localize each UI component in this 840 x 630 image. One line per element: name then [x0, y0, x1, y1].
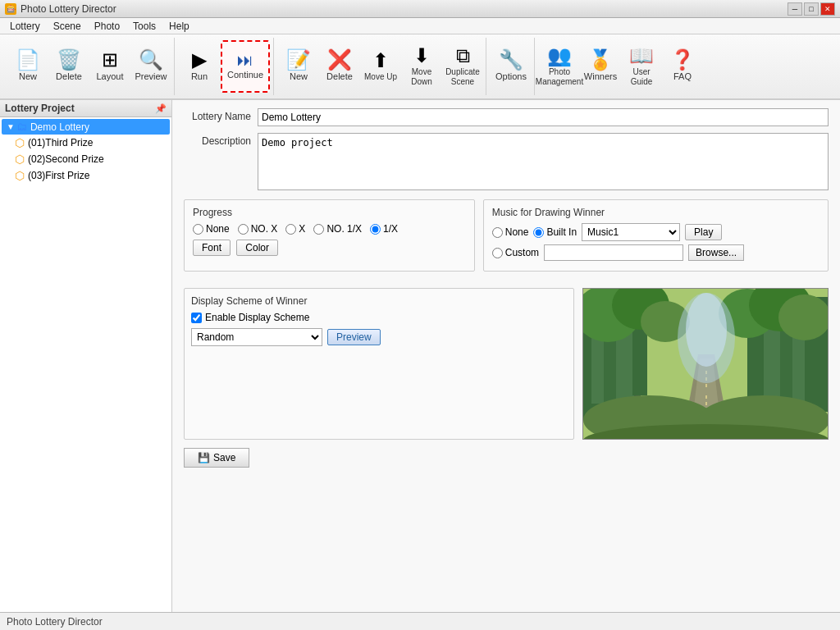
layout-icon: ⊞ [102, 50, 118, 70]
music-custom-radio[interactable] [492, 248, 503, 258]
preview-button[interactable]: 🔍 Preview [131, 40, 171, 93]
progress-buttons: Font Color [193, 240, 466, 256]
app-title: Photo Lottery Director [21, 3, 788, 15]
close-button[interactable]: ✕ [820, 2, 835, 16]
winners-button[interactable]: 🏅 Winners [581, 40, 620, 93]
toolbar-group-2: ▶ Run ⏭ Continue [176, 38, 274, 95]
move-down-icon: ⬇ [413, 46, 430, 66]
toolbar: 📄 New 🗑️ Delete ⊞ Layout 🔍 Preview ▶ Run… [0, 34, 840, 100]
tree-item-second-prize[interactable]: ⬡ (02)Second Prize [2, 151, 170, 167]
music-file-path[interactable] [544, 244, 683, 261]
photo-management-icon: 👥 [547, 46, 572, 66]
music-row-1: None Built In Music1 Music2 Music3 Play [492, 223, 819, 241]
progress-none[interactable]: None [193, 223, 230, 235]
forest-svg [583, 289, 829, 440]
music-builtin[interactable]: Built In [533, 226, 577, 238]
layout-button[interactable]: ⊞ Layout [90, 40, 130, 93]
progress-nox-radio[interactable] [238, 224, 249, 235]
progress-x-radio[interactable] [285, 224, 296, 235]
music-none-radio[interactable] [492, 227, 503, 238]
pin-icon[interactable]: 📌 [155, 103, 167, 114]
lottery-name-row: Lottery Name [184, 108, 829, 126]
menu-help[interactable]: Help [162, 19, 196, 34]
user-guide-button[interactable]: 📖 User Guide [622, 40, 661, 93]
scheme-preview-button[interactable]: Preview [327, 329, 381, 345]
menu-scene[interactable]: Scene [47, 19, 88, 34]
prize-icon-2: ⬡ [15, 153, 25, 166]
font-button[interactable]: Font [193, 240, 231, 256]
menu-photo[interactable]: Photo [88, 19, 126, 34]
options-button[interactable]: 🔧 Options [491, 40, 531, 93]
lottery-name-input[interactable] [258, 108, 829, 126]
toolbar-group-5: 👥 Photo Management 🏅 Winners 📖 User Guid… [536, 38, 705, 95]
scene-new-button[interactable]: 📝 New [279, 40, 318, 93]
status-bar: Photo Lottery Director [0, 612, 840, 630]
save-button[interactable]: 💾 Save [184, 448, 249, 468]
menu-lottery[interactable]: Lottery [3, 19, 47, 34]
restore-button[interactable]: □ [804, 2, 819, 16]
display-scheme-title: Display Scheme of Winner [191, 295, 567, 307]
continue-button[interactable]: ⏭ Continue [221, 40, 270, 93]
winners-icon: 🏅 [588, 50, 613, 70]
progress-no1x-radio[interactable] [313, 224, 324, 235]
new-button[interactable]: 📄 New [8, 40, 48, 93]
progress-nox-label: NO. X [251, 223, 278, 235]
scene-delete-icon: ❌ [327, 50, 352, 70]
delete-button[interactable]: 🗑️ Delete [49, 40, 89, 93]
expand-icon: ▼ [7, 122, 15, 131]
tree-label-third-prize: (01)Third Prize [28, 137, 93, 148]
progress-1x[interactable]: 1/X [370, 223, 398, 235]
progress-no-1x[interactable]: NO. 1/X [313, 223, 362, 235]
menu-bar: Lottery Scene Photo Tools Help [0, 18, 840, 34]
toolbar-group-4: 🔧 Options [488, 38, 535, 95]
preview-image [582, 288, 829, 440]
move-up-icon: ⬆ [372, 51, 389, 71]
tree-item-first-prize[interactable]: ⬡ (03)First Prize [2, 167, 170, 184]
progress-none-radio[interactable] [193, 224, 203, 235]
enable-display-checkbox[interactable] [191, 313, 202, 323]
title-bar: 🎰 Photo Lottery Director ─ □ ✕ [0, 0, 840, 18]
menu-tools[interactable]: Tools [126, 19, 162, 34]
music-builtin-radio[interactable] [533, 227, 544, 238]
music-builtin-label: Built In [546, 226, 577, 238]
lottery-name-field [258, 108, 829, 126]
photo-management-button[interactable]: 👥 Photo Management [540, 40, 579, 93]
play-button[interactable]: Play [685, 224, 722, 240]
description-textarea[interactable]: Demo project [258, 133, 829, 190]
music-track-select[interactable]: Music1 Music2 Music3 [582, 223, 680, 241]
tree-item-demo-lottery[interactable]: ▼ 🗂 Demo Lottery [2, 119, 170, 135]
new-icon: 📄 [16, 50, 40, 70]
sidebar: Lottery Project 📌 ▼ 🗂 Demo Lottery ⬡ (01… [0, 100, 172, 612]
progress-1x-radio[interactable] [370, 224, 381, 235]
toolbar-group-1: 📄 New 🗑️ Delete ⊞ Layout 🔍 Preview [5, 38, 175, 95]
tree-item-third-prize[interactable]: ⬡ (01)Third Prize [2, 135, 170, 151]
music-none[interactable]: None [492, 226, 529, 238]
scheme-dropdown-row: Random Scheme1 Scheme2 Preview [191, 328, 567, 346]
delete-icon: 🗑️ [57, 50, 81, 70]
prize-icon-1: ⬡ [15, 136, 25, 149]
duplicate-scene-button[interactable]: ⧉ Duplicate Scene [443, 40, 482, 93]
progress-no-x[interactable]: NO. X [238, 223, 278, 235]
continue-icon: ⏭ [237, 52, 253, 68]
sidebar-title: Lottery Project [5, 103, 75, 114]
progress-x[interactable]: X [285, 223, 305, 235]
tree-label-demo-lottery: Demo Lottery [30, 121, 89, 133]
display-scheme-select[interactable]: Random Scheme1 Scheme2 [191, 328, 322, 346]
faq-button[interactable]: ❓ FAQ [663, 40, 702, 93]
run-icon: ▶ [192, 50, 207, 70]
scene-delete-button[interactable]: ❌ Delete [320, 40, 359, 93]
move-down-button[interactable]: ⬇ Move Down [402, 40, 441, 93]
save-button-area: 💾 Save [184, 448, 829, 468]
color-button[interactable]: Color [236, 240, 278, 256]
music-custom[interactable]: Custom [492, 247, 539, 258]
browse-button[interactable]: Browse... [688, 244, 744, 261]
run-button[interactable]: ▶ Run [180, 40, 219, 93]
minimize-button[interactable]: ─ [788, 2, 802, 16]
user-guide-icon: 📖 [629, 46, 654, 66]
music-row-2: Custom Browse... [492, 244, 819, 261]
music-none-label: None [505, 226, 529, 238]
move-up-button[interactable]: ⬆ Move Up [361, 40, 400, 93]
faq-icon: ❓ [670, 50, 695, 70]
progress-none-label: None [206, 223, 230, 235]
display-scheme-left: Display Scheme of Winner Enable Display … [184, 288, 574, 440]
